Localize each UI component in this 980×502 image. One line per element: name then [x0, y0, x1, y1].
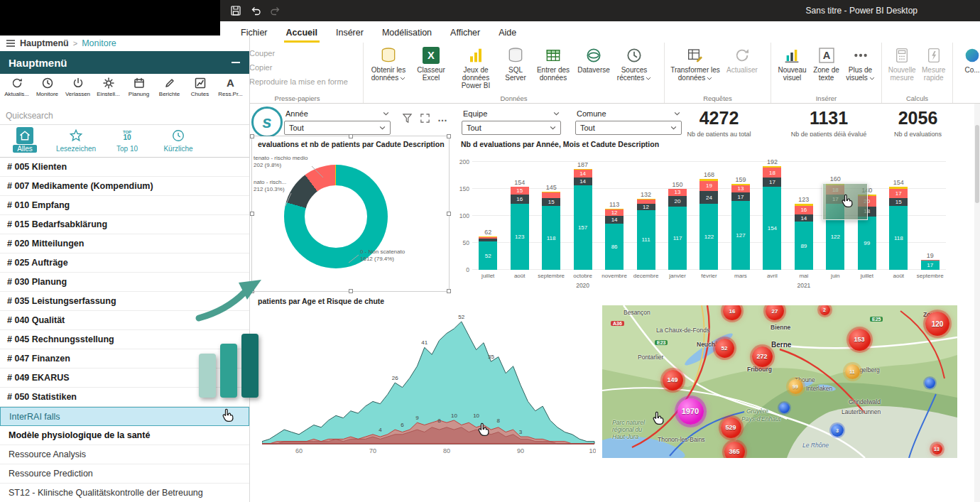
bar-column[interactable]: 1591271713mars [725, 162, 756, 270]
quicksearch-input[interactable] [0, 110, 249, 121]
map-bubble[interactable]: 153 [849, 329, 871, 351]
tab-afficher[interactable]: Afficher [441, 23, 489, 43]
bar-segment[interactable]: 14 [574, 178, 592, 185]
donut-visual[interactable]: evaluations et nb de patients par Cadute… [252, 136, 449, 291]
bar-segment[interactable]: 13 [668, 189, 687, 196]
vertical-scrollbar[interactable] [974, 104, 980, 502]
breadcrumb-root[interactable]: Hauptmenü [20, 38, 69, 48]
bar-segment[interactable]: 123 [511, 204, 529, 270]
tab-inserer[interactable]: Insérer [327, 23, 373, 43]
copy-button[interactable]: Copier [235, 62, 348, 72]
toolbar-planung[interactable]: Planung [124, 77, 154, 97]
resize-handle[interactable] [250, 212, 254, 216]
toolbar-verlassen[interactable]: Verlassen [62, 77, 93, 97]
bar-segment[interactable] [542, 192, 560, 193]
bar-column[interactable]: 1871571414octobre [567, 162, 598, 270]
bar-column[interactable]: 1921541718avril [756, 162, 788, 270]
map-bubble[interactable]: 2 [820, 305, 830, 315]
filter-funnel-icon[interactable] [402, 113, 413, 124]
redo-icon[interactable] [270, 5, 281, 16]
toolbar-einstellungen[interactable]: Einstell... [93, 77, 124, 97]
bar-column[interactable]: 13211112decembre [630, 162, 661, 270]
map-bubble[interactable] [925, 378, 935, 388]
map-bubble[interactable]: 52 [715, 339, 734, 358]
tab-modelisation[interactable]: Modélisation [373, 23, 441, 43]
map-bubble[interactable]: 1970 [677, 398, 704, 425]
map-bubble[interactable]: 529 [721, 418, 741, 438]
map-bubble[interactable]: 13 [932, 444, 942, 454]
menu-item-klienten[interactable]: # 005 Klienten [0, 158, 249, 177]
slicer-annee-dropdown[interactable]: Tout [284, 121, 391, 135]
bar-segment[interactable] [921, 260, 940, 261]
toolbar-refresh[interactable]: Aktualis... [1, 77, 32, 97]
copilot-button[interactable]: Co... [957, 44, 980, 74]
bar-column[interactable]: 1541181517août [883, 162, 914, 270]
new-visual-button[interactable]: Nouveau visuel [775, 44, 810, 82]
bar-segment[interactable] [637, 199, 655, 200]
resize-handle[interactable] [447, 212, 451, 216]
resize-handle[interactable] [447, 134, 451, 138]
map-bubble[interactable]: 27 [766, 305, 784, 320]
save-icon[interactable] [230, 5, 241, 16]
collapse-icon[interactable] [231, 61, 241, 64]
submenu-item-st12[interactable]: ST12 - Klinische Qualitätskontrolle der … [0, 484, 249, 502]
menu-item-mitteilungen[interactable]: # 020 Mitteilungen [0, 234, 249, 253]
map-bubble[interactable]: 3 [831, 424, 844, 437]
hamburger-menu-icon[interactable] [6, 39, 16, 48]
powerbi-datasets-button[interactable]: Jeux de données Power BI [452, 44, 499, 90]
recent-sources-button[interactable]: Sources récentes [613, 44, 655, 82]
bar-column[interactable]: 14511815septembre [535, 162, 567, 270]
bar-segment[interactable]: 14 [795, 214, 813, 222]
map-bubble[interactable]: 11 [845, 364, 860, 379]
bar-segment[interactable]: 15 [889, 198, 908, 206]
bar-segment[interactable]: 17 [763, 178, 781, 187]
bar-segment[interactable]: 15 [511, 187, 529, 195]
map-bubble[interactable]: 149 [663, 370, 683, 391]
quick-measure-button[interactable]: Mesure rapide [918, 44, 949, 82]
toolbar-berichte[interactable]: Berichte [154, 77, 185, 97]
map-bubble[interactable]: 16 [723, 305, 741, 320]
enter-data-button[interactable]: Entrer des données [532, 44, 575, 82]
map-visual[interactable]: BesançonLa Chaux-de-FondsBienneZougNeuch… [602, 305, 957, 458]
toolbar-chutes[interactable]: Chutes [185, 77, 215, 97]
format-painter-button[interactable]: Reproduire la mise en forme [235, 77, 348, 87]
submenu-item-ressource-analysis[interactable]: Ressource Analysis [0, 445, 249, 464]
kpi-evaluations[interactable]: 2056 Nb d evaluations [866, 108, 969, 138]
more-options-icon[interactable]: … [437, 112, 448, 124]
bar-segment[interactable]: 118 [889, 206, 908, 270]
bar-segment[interactable]: 13 [731, 185, 750, 192]
bar-segment[interactable]: 18 [763, 168, 781, 178]
focus-mode-icon[interactable] [420, 113, 430, 124]
bar-segment[interactable] [731, 184, 750, 185]
get-data-button[interactable]: Obtenir les données [367, 44, 410, 82]
new-measure-button[interactable]: Nouvelle mesure [886, 44, 918, 82]
resize-handle[interactable] [447, 289, 451, 293]
bar-segment[interactable]: 99 [858, 217, 876, 270]
bar-segment[interactable] [763, 166, 781, 168]
bar-segment[interactable] [637, 199, 655, 203]
map-bubble[interactable] [779, 403, 790, 413]
submenu-item-interrai-falls[interactable]: InterRAI falls [0, 407, 249, 426]
slicer-equipe-dropdown[interactable]: Tout [462, 121, 561, 135]
tab-top10[interactable]: TOP10 Top 10 [107, 127, 148, 157]
bar-segment[interactable]: 111 [637, 210, 655, 270]
bar-segment[interactable] [795, 204, 813, 206]
bar-segment[interactable] [479, 237, 497, 239]
scrollbar-thumb[interactable] [975, 125, 979, 203]
menu-item-auftraege[interactable]: # 025 Aufträge [0, 253, 249, 273]
bar-segment[interactable] [889, 187, 908, 189]
bar-segment[interactable]: 14 [605, 216, 624, 224]
bar-segment[interactable] [479, 236, 497, 237]
bar-segment[interactable] [574, 169, 592, 170]
resize-handle[interactable] [349, 289, 353, 293]
submenu-item-ressource-prediction[interactable]: Ressource Prediction [0, 464, 249, 484]
sql-server-button[interactable]: SQL Server [499, 44, 532, 82]
bar-column[interactable]: 1501172013janvier [662, 162, 693, 270]
bar-column[interactable]: 1541231615août [503, 162, 535, 270]
breadcrumb-current[interactable]: Monitore [82, 38, 116, 48]
bar-segment[interactable]: 16 [511, 195, 529, 203]
bar-segment[interactable] [542, 192, 560, 198]
bar-segment[interactable]: 52 [479, 241, 497, 270]
bar-segment[interactable]: 89 [795, 222, 813, 270]
bar-segment[interactable]: 12 [605, 209, 624, 216]
